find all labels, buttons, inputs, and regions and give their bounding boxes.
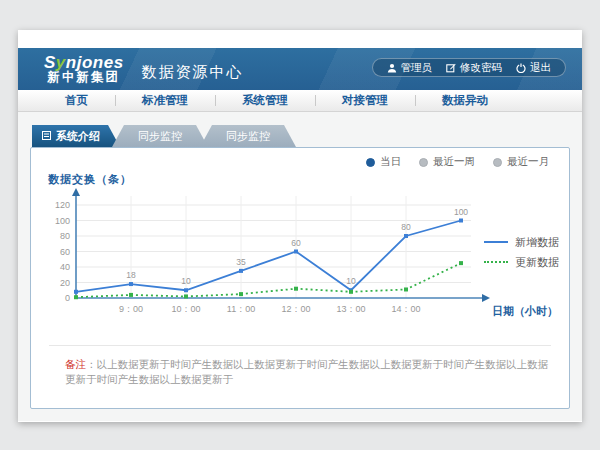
change-password-button[interactable]: 修改密码 <box>446 61 502 75</box>
nav-item-data-changes[interactable]: 数据异动 <box>415 93 515 108</box>
svg-text:40: 40 <box>60 262 70 272</box>
svg-text:80: 80 <box>60 231 70 241</box>
svg-text:60: 60 <box>60 247 70 257</box>
svg-text:35: 35 <box>236 257 246 267</box>
svg-text:10: 10 <box>346 276 356 286</box>
footnote-label: 备注 <box>65 358 86 370</box>
svg-text:60: 60 <box>291 238 301 248</box>
legend-label: 新增数据 <box>515 235 559 250</box>
main-nav: 首页 标准管理 系统管理 对接管理 数据异动 <box>18 90 582 112</box>
svg-text:14：00: 14：00 <box>391 304 420 314</box>
svg-text:80: 80 <box>401 222 411 232</box>
tab-label: 同步监控 <box>226 129 270 144</box>
chart-legend: 新增数据 更新数据 <box>484 232 559 272</box>
legend-line-solid <box>484 241 508 243</box>
svg-text:12：00: 12：00 <box>281 304 310 314</box>
svg-text:10：00: 10：00 <box>171 304 200 314</box>
radio-label: 当日 <box>380 155 401 169</box>
footnote: 备注：以上数据更新于时间产生数据以上数据更新于时间产生数据以上数据更新于时间产生… <box>31 346 569 386</box>
radio-dot <box>419 158 428 167</box>
radio-last-month[interactable]: 最近一月 <box>493 155 549 169</box>
user-menu: 管理员 修改密码 退出 <box>372 58 567 77</box>
logout-button[interactable]: 退出 <box>516 61 551 75</box>
edit-icon <box>446 63 456 73</box>
svg-text:100: 100 <box>454 207 468 217</box>
radio-today[interactable]: 当日 <box>366 155 401 169</box>
nav-item-standard-mgmt[interactable]: 标准管理 <box>115 93 215 108</box>
app-header: Synjones 新中新集团 数据资源中心 管理员 修改密码 退出 <box>18 48 582 90</box>
y-axis-title: 数据交换（条） <box>48 172 132 187</box>
svg-text:10: 10 <box>181 276 191 286</box>
tab-label: 系统介绍 <box>56 129 100 144</box>
page: Synjones 新中新集团 数据资源中心 管理员 修改密码 退出 <box>18 30 582 422</box>
legend-line-dotted <box>484 261 508 263</box>
user-name-label: 管理员 <box>401 61 433 75</box>
svg-text:11：00: 11：00 <box>227 304 255 314</box>
logo-wordmark: Synjones <box>44 54 124 72</box>
time-range-filter: 当日 最近一周 最近一月 <box>366 155 549 169</box>
user-icon <box>387 63 397 73</box>
radio-label: 最近一月 <box>507 155 549 169</box>
logout-label: 退出 <box>530 61 551 75</box>
svg-text:100: 100 <box>55 216 70 226</box>
tab-sync-monitor-1[interactable]: 同步监控 <box>112 125 208 147</box>
nav-item-system-mgmt[interactable]: 系统管理 <box>215 93 315 108</box>
tab-system-intro[interactable]: 系统介绍 <box>32 125 120 147</box>
tab-bar: 系统介绍 同步监控 同步监控 <box>32 125 570 147</box>
logo-y-accent: y <box>56 53 66 72</box>
radio-dot <box>366 158 375 167</box>
change-password-label: 修改密码 <box>460 61 502 75</box>
nav-item-home[interactable]: 首页 <box>38 93 115 108</box>
svg-text:18: 18 <box>126 270 136 280</box>
legend-item-new-data: 新增数据 <box>484 232 559 252</box>
svg-text:120: 120 <box>55 200 70 210</box>
nav-item-integration-mgmt[interactable]: 对接管理 <box>315 93 415 108</box>
radio-dot <box>493 158 502 167</box>
svg-text:日期（小时）: 日期（小时） <box>492 305 558 318</box>
legend-item-updated-data: 更新数据 <box>484 252 559 272</box>
tab-label: 同步监控 <box>138 129 182 144</box>
current-user[interactable]: 管理员 <box>387 61 433 75</box>
document-icon <box>42 130 51 142</box>
top-strip <box>18 30 582 48</box>
power-icon <box>516 63 526 73</box>
svg-text:9：00: 9：00 <box>119 304 143 314</box>
content-area: 系统介绍 同步监控 同步监控 当日 最近一周 <box>18 112 582 421</box>
radio-label: 最近一周 <box>433 155 475 169</box>
logo-company-name: 新中新集团 <box>44 71 124 84</box>
footnote-text: ：以上数据更新于时间产生数据以上数据更新于时间产生数据以上数据更新于时间产生数据… <box>65 358 548 385</box>
page-title: 数据资源中心 <box>142 63 244 82</box>
legend-label: 更新数据 <box>515 255 559 270</box>
tab-sync-monitor-2[interactable]: 同步监控 <box>200 125 296 147</box>
svg-text:20: 20 <box>60 278 70 288</box>
company-logo[interactable]: Synjones 新中新集团 <box>44 54 124 85</box>
svg-text:0: 0 <box>65 293 70 303</box>
chart-panel: 当日 最近一周 最近一月 数据交换（条） 0204060801001209：00… <box>30 147 570 409</box>
svg-text:13：00: 13：00 <box>336 304 365 314</box>
radio-last-week[interactable]: 最近一周 <box>419 155 475 169</box>
